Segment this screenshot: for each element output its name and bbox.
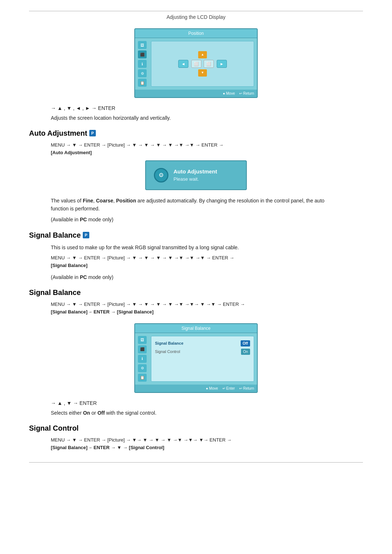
signal-content: Signal Balance Off Signal Control On: [151, 336, 254, 382]
position-nav: → ▲ , ▼ , ◄ , ► → ENTER: [51, 104, 363, 112]
page-title: Adjusting the LCD Display: [167, 14, 226, 20]
auto-adj-spinner-icon: ⚙: [154, 168, 168, 182]
signal-balance-2-heading: Signal Balance: [29, 287, 363, 298]
signal-balance-2-menu-path: MENU → ▼ → ENTER → [Picture] → ▼ → ▼ → ▼…: [51, 301, 363, 316]
signal-screen-footer: ● Move ↵ Enter ↩ Return: [135, 385, 257, 392]
signal-screen-title: Signal Balance: [135, 324, 257, 333]
signal-sidebar-icon-4: ⚙: [138, 364, 147, 372]
signal-balance-screenshot: Signal Balance 🖼 ⬛ ℹ ⚙ 📋 Signal Balance …: [29, 323, 363, 393]
left-btn: ◄: [178, 60, 188, 68]
auto-adj-subtitle: Please wait.: [173, 176, 217, 183]
auto-adj-badge: P: [89, 130, 95, 137]
signal-balance-1-menu-path: MENU → ▼ → ENTER → [Picture] → ▼ → ▼ → ▼…: [51, 254, 363, 270]
signal-sidebar: 🖼 ⬛ ℹ ⚙ 📋: [138, 336, 148, 382]
signal-balance-1-note: (Available in PC mode only): [51, 273, 341, 281]
signal-balance-1-heading: Signal Balance P: [29, 230, 363, 241]
screen-footer: ● Move ↩ Return: [135, 90, 257, 97]
signal-balance-row: Signal Balance Off: [155, 339, 250, 348]
signal-balance-1-badge: P: [83, 232, 89, 239]
up-icon: ▲: [198, 51, 207, 58]
screen-title-bar: Position: [135, 29, 257, 38]
position-content: ▲ ◄ ⬜ ⬜ ► ▼: [151, 41, 254, 87]
signal-sidebar-icon-5: 📋: [138, 374, 147, 382]
auto-adj-title: Auto Adjustment: [173, 168, 217, 176]
signal-balance-footer-note: Selects either On or Off with the signal…: [51, 409, 363, 417]
signal-sidebar-icon-2: ⬛: [138, 345, 147, 353]
sidebar-icon-4: ⚙: [138, 69, 147, 77]
sidebar-icon-1: 🖼: [138, 41, 147, 49]
auto-adj-dialog-container: ⚙ Auto Adjustment Please wait.: [29, 160, 363, 190]
sidebar-icon-5: 📋: [138, 79, 147, 87]
signal-sidebar-icon-1: 🖼: [138, 336, 147, 344]
signal-sidebar-icon-3: ℹ: [138, 355, 147, 363]
auto-adj-dialog: ⚙ Auto Adjustment Please wait.: [145, 160, 247, 190]
auto-adj-menu-path: MENU → ▼ → ENTER → [Picture] → ▼ → ▼ → ▼…: [51, 141, 363, 157]
auto-adjustment-heading: Auto Adjustment P: [29, 128, 363, 139]
sidebar-icon-3: ℹ: [138, 60, 147, 68]
footer-move: ● Move: [223, 91, 235, 96]
footer-return: ↩ Return: [239, 91, 254, 96]
signal-footer-return: ↩ Return: [239, 386, 254, 391]
signal-control-row: Signal Control On: [155, 348, 250, 356]
signal-screen: Signal Balance 🖼 ⬛ ℹ ⚙ 📋 Signal Balance …: [134, 323, 258, 393]
auto-adj-body2: (Available in PC mode only): [51, 216, 341, 223]
right-icon: ⬜: [204, 60, 214, 68]
position-screenshot: Position 🖼 ⬛ ℹ ⚙ 📋 ▲ ◄: [29, 28, 363, 98]
right-btn: ►: [217, 60, 227, 68]
auto-adj-body1: The values of Fine, Coarse, Position are…: [51, 197, 341, 213]
signal-balance-1-desc: This is used to make up for the weak RGB…: [51, 243, 341, 251]
signal-footer-move: ● Move: [206, 386, 218, 391]
signal-footer-enter: ↵ Enter: [222, 386, 235, 391]
down-icon: ▼: [198, 69, 207, 77]
signal-control-heading: Signal Control: [29, 423, 363, 434]
signal-control-val: On: [241, 349, 250, 355]
left-icon: ⬜: [191, 60, 201, 68]
sidebar-icon-2: ⬛: [138, 50, 147, 58]
auto-adj-text: Auto Adjustment Please wait.: [173, 168, 217, 183]
position-description: Adjusts the screen location horizontally…: [51, 114, 363, 122]
signal-balance-val: Off: [241, 340, 250, 346]
signal-balance-nav: → ▲ , ▼ → ENTER: [51, 399, 363, 407]
signal-control-menu-path: MENU → ▼ → ENTER → [Picture] → ▼→ ▼ → ▼ …: [51, 436, 363, 452]
screen-sidebar: 🖼 ⬛ ℹ ⚙ 📋: [138, 41, 148, 87]
position-arrows: ▲ ◄ ⬜ ⬜ ► ▼: [178, 51, 227, 77]
